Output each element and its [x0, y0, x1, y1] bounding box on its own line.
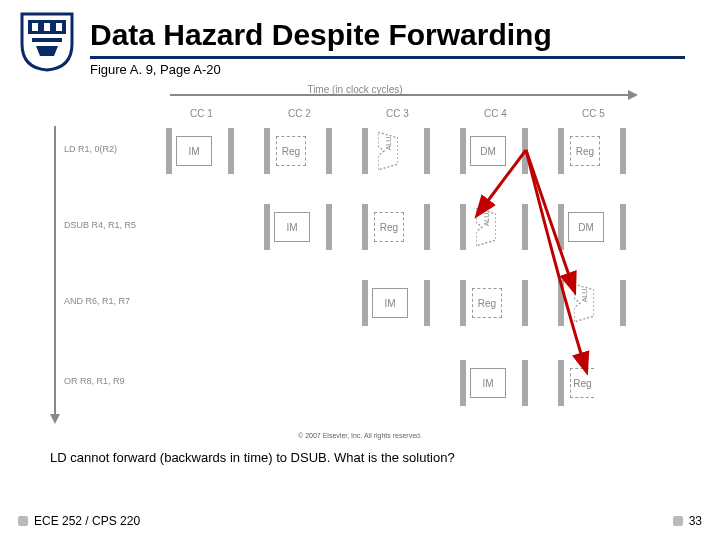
svg-rect-4 — [32, 38, 62, 42]
figure-copyright: © 2007 Elsevier, Inc. All rights reserve… — [298, 432, 422, 439]
pipeline-diagram: Time (in clock cycles) Program execution… — [40, 86, 670, 432]
svg-rect-3 — [56, 23, 62, 31]
svg-rect-2 — [44, 23, 50, 31]
slide-subtitle: Figure A. 9, Page A-20 — [90, 62, 221, 77]
svg-rect-1 — [32, 23, 38, 31]
footer-course: ECE 252 / CPS 220 — [18, 514, 140, 528]
slide-title: Data Hazard Despite Forwarding — [90, 18, 685, 59]
page-number: 33 — [673, 514, 702, 528]
university-shield-logo — [18, 10, 76, 72]
slide-caption: LD cannot forward (backwards in time) to… — [50, 450, 455, 465]
